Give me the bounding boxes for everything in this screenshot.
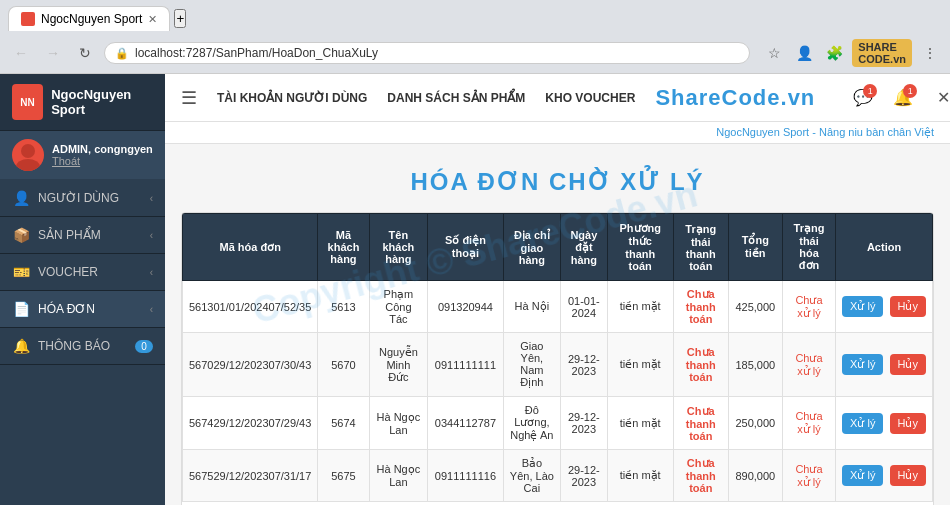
svg-point-0: [21, 144, 35, 158]
content-area: HÓA ĐƠN CHỜ XỬ LÝ Mã hóa đơn Mã khách hà…: [165, 144, 950, 505]
cell-phuong-thuc: tiền mặt: [607, 333, 673, 397]
notification-badge: 1: [903, 84, 917, 98]
cell-sdt: 0344112787: [428, 397, 504, 450]
cell-phuong-thuc: tiền mặt: [607, 281, 673, 333]
invoice-table: Mã hóa đơn Mã khách hàng Tên khách hàng …: [182, 213, 933, 502]
active-tab: NgocNguyen Sport ✕: [8, 6, 170, 31]
cell-action: Xử lý Hủy: [836, 281, 933, 333]
table-header: Mã hóa đơn Mã khách hàng Tên khách hàng …: [183, 214, 933, 281]
cell-ten-kh: Hà Ngọc Lan: [369, 450, 428, 502]
chat-button[interactable]: 💬 1: [847, 82, 879, 114]
chevron-icon: ‹: [150, 304, 153, 315]
sidebar-item-thong-bao[interactable]: 🔔 THÔNG BÁO 0: [0, 328, 165, 365]
chevron-icon: ‹: [150, 230, 153, 241]
col-sdt: Số điện thoại: [428, 214, 504, 281]
nav-link-vouchers[interactable]: KHO VOUCHER: [545, 91, 635, 105]
main-content: ☰ TÀI KHOẢN NGƯỜI DÙNG DANH SÁCH SẢN PHẨ…: [165, 74, 950, 505]
invoice-icon: 📄: [12, 301, 30, 317]
chevron-icon: ‹: [150, 193, 153, 204]
huy-button[interactable]: Hủy: [890, 296, 926, 317]
cell-tt-hoa-don: Chưa xử lý: [782, 333, 835, 397]
sub-header-text: NgocNguyen Sport - Nâng niu bàn chân Việ…: [716, 126, 934, 138]
cell-ten-kh: Hà Ngọc Lan: [369, 397, 428, 450]
sharecode-logo-text: SHARECODE.vn: [858, 41, 906, 65]
col-ngay-dat: Ngày đặt hàng: [561, 214, 608, 281]
cell-ma-hoa-don: 561301/01/202407/52/35: [183, 281, 318, 333]
hamburger-button[interactable]: ☰: [181, 87, 197, 109]
xu-ly-button[interactable]: Xử lý: [842, 465, 883, 486]
xu-ly-button[interactable]: Xử lý: [842, 354, 883, 375]
col-phuong-thuc: Phương thức thanh toán: [607, 214, 673, 281]
cell-action: Xử lý Hủy: [836, 397, 933, 450]
col-ma-hoa-don: Mã hóa đơn: [183, 214, 318, 281]
huy-button[interactable]: Hủy: [890, 354, 926, 375]
cell-tt-thanh-toan: Chưa thanh toán: [673, 281, 728, 333]
svg-point-1: [16, 159, 40, 171]
chevron-icon: ‹: [150, 267, 153, 278]
nav-link-accounts[interactable]: TÀI KHOẢN NGƯỜI DÙNG: [217, 91, 367, 105]
invoice-table-container: Mã hóa đơn Mã khách hàng Tên khách hàng …: [181, 212, 934, 505]
sidebar-logo-icon: NN: [12, 84, 43, 120]
back-button[interactable]: ←: [8, 40, 34, 66]
sidebar-item-label: SẢN PHẨM: [38, 228, 142, 242]
sidebar-item-nguoi-dung[interactable]: 👤 NGƯỜI DÙNG ‹: [0, 180, 165, 217]
cell-tt-hoa-don: Chưa xử lý: [782, 450, 835, 502]
product-icon: 📦: [12, 227, 30, 243]
close-button[interactable]: ✕: [927, 82, 950, 114]
avatar: [12, 139, 44, 171]
sharecode-badge: SHARECODE.vn: [852, 39, 912, 67]
cell-phuong-thuc: tiền mặt: [607, 450, 673, 502]
cell-dia-chi: Bảo Yên, Lào Cai: [503, 450, 560, 502]
cell-tt-thanh-toan: Chưa thanh toán: [673, 450, 728, 502]
huy-button[interactable]: Hủy: [890, 413, 926, 434]
sidebar-item-voucher[interactable]: 🎫 VOUCHER ‹: [0, 254, 165, 291]
sidebar-user-section: ADMIN, congngyen Thoát: [0, 131, 165, 180]
sidebar-logo-text: NgocNguyen Sport: [51, 87, 153, 117]
cell-tt-hoa-don: Chưa xử lý: [782, 281, 835, 333]
extensions-button[interactable]: 🧩: [822, 41, 846, 65]
sidebar-item-label: HÓA ĐƠN: [38, 302, 142, 316]
col-dia-chi: Địa chỉ giao hàng: [503, 214, 560, 281]
logout-link[interactable]: Thoát: [52, 155, 153, 167]
bell-icon: 🔔: [12, 338, 30, 354]
sidebar-username: ADMIN, congngyen: [52, 143, 153, 155]
cell-ma-kh: 5674: [318, 397, 369, 450]
chat-badge: 1: [863, 84, 877, 98]
cell-ma-kh: 5675: [318, 450, 369, 502]
cell-tong-tien: 890,000: [728, 450, 782, 502]
browser-action-buttons: ☆ 👤 🧩 SHARECODE.vn ⋮: [762, 39, 942, 67]
forward-button[interactable]: →: [40, 40, 66, 66]
nav-link-products[interactable]: DANH SÁCH SẢN PHẨM: [387, 91, 525, 105]
address-bar[interactable]: 🔒 localhost:7287/SanPham/HoaDon_ChuaXuLy: [104, 42, 750, 64]
browser-controls: ← → ↻ 🔒 localhost:7287/SanPham/HoaDon_Ch…: [8, 35, 942, 73]
cell-dia-chi: Giao Yên, Nam Định: [503, 333, 560, 397]
table-row: 561301/01/202407/52/35 5613 Phạm Công Tá…: [183, 281, 933, 333]
cell-tong-tien: 425,000: [728, 281, 782, 333]
menu-button[interactable]: ⋮: [918, 41, 942, 65]
notification-button[interactable]: 🔔 1: [887, 82, 919, 114]
close-tab-button[interactable]: ✕: [148, 13, 157, 26]
tab-title: NgocNguyen Sport: [41, 12, 142, 26]
sidebar-logo: NN NgocNguyen Sport: [0, 74, 165, 131]
bookmark-button[interactable]: ☆: [762, 41, 786, 65]
new-tab-button[interactable]: +: [174, 9, 186, 28]
cell-phuong-thuc: tiền mặt: [607, 397, 673, 450]
sidebar-menu: 👤 NGƯỜI DÙNG ‹ 📦 SẢN PHẨM ‹ 🎫 VOUCHER ‹ …: [0, 180, 165, 505]
table-row: 567529/12/202307/31/17 5675 Hà Ngọc Lan …: [183, 450, 933, 502]
table-row: 567429/12/202307/29/43 5674 Hà Ngọc Lan …: [183, 397, 933, 450]
xu-ly-button[interactable]: Xử lý: [842, 296, 883, 317]
cell-ngay-dat: 29-12-2023: [561, 333, 608, 397]
xu-ly-button[interactable]: Xử lý: [842, 413, 883, 434]
huy-button[interactable]: Hủy: [890, 465, 926, 486]
cell-action: Xử lý Hủy: [836, 450, 933, 502]
cell-sdt: 0911111111: [428, 333, 504, 397]
cell-ma-hoa-don: 567029/12/202307/30/43: [183, 333, 318, 397]
cell-ma-hoa-don: 567529/12/202307/31/17: [183, 450, 318, 502]
sidebar-item-hoa-don[interactable]: 📄 HÓA ĐƠN ‹: [0, 291, 165, 328]
refresh-button[interactable]: ↻: [72, 40, 98, 66]
page-title-box: HÓA ĐƠN CHỜ XỬ LÝ: [181, 156, 934, 212]
sidebar-item-san-pham[interactable]: 📦 SẢN PHẨM ‹: [0, 217, 165, 254]
profile-button[interactable]: 👤: [792, 41, 816, 65]
lock-icon: 🔒: [115, 47, 129, 60]
voucher-icon: 🎫: [12, 264, 30, 280]
